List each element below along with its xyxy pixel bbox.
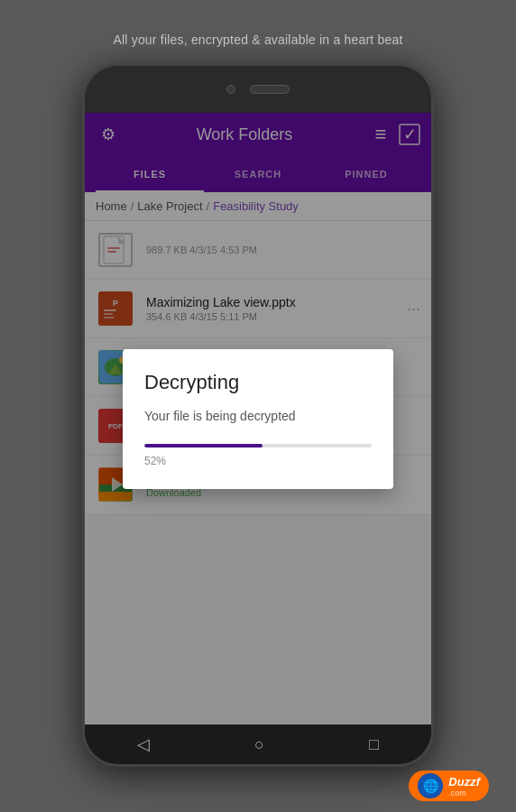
nav-recent-button[interactable]: □ xyxy=(347,728,401,761)
phone-top-hardware xyxy=(85,66,431,113)
dialog-title: Decrypting xyxy=(144,371,372,394)
top-tagline: All your files, encrypted & available in… xyxy=(113,32,402,47)
progress-percent: 52% xyxy=(144,455,372,467)
dialog-overlay: Decrypting Your file is being decrypted … xyxy=(85,113,431,724)
phone-frame: ⚙ Work Folders ≡ ✓ FILES SEARCH PINNED H… xyxy=(82,63,434,767)
watermark: 🌐 Duzzf .com xyxy=(409,770,489,801)
decrypt-dialog: Decrypting Your file is being decrypted … xyxy=(123,349,393,489)
progress-fill xyxy=(144,444,263,448)
nav-back-button[interactable]: ◁ xyxy=(115,727,171,761)
speaker-grille xyxy=(250,85,290,94)
app-screen: ⚙ Work Folders ≡ ✓ FILES SEARCH PINNED H… xyxy=(85,113,431,724)
nav-home-button[interactable]: ○ xyxy=(233,728,286,761)
progress-track xyxy=(144,444,372,448)
camera-dot xyxy=(226,85,235,94)
phone-bottom-nav: ◁ ○ □ xyxy=(85,724,431,764)
dialog-message: Your file is being decrypted xyxy=(144,407,372,426)
